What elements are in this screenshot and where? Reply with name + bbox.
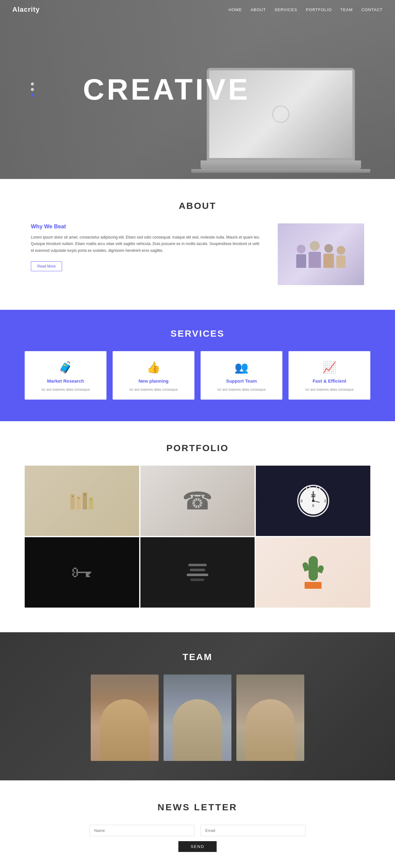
newsletter-name-input[interactable] [90, 825, 194, 836]
about-content: Why We Beat Lorem ipsum dolor sit amet, … [31, 223, 364, 285]
team-section: TEAM [0, 632, 395, 780]
navbar: Alacrity HOMEABOUTSERVICESPORTFOLIOTEAMC… [0, 0, 395, 19]
service-desc-3: iur aut maiores alias consequa [295, 386, 364, 392]
portfolio-item-5[interactable] [141, 537, 255, 608]
service-desc-0: iur aut maiores alias consequa [31, 386, 100, 392]
portfolio-item-6[interactable] [256, 537, 370, 608]
dot-2[interactable] [31, 88, 34, 91]
newsletter-send-button[interactable]: SEND [178, 841, 217, 852]
about-heading: Why We Beat [31, 223, 262, 230]
service-title-3: Fast & Efficient [295, 378, 364, 383]
svg-text:6: 6 [312, 504, 314, 508]
service-card-0: 🧳 Market Research iur aut maiores alias … [25, 351, 107, 400]
about-text: Why We Beat Lorem ipsum dolor sit amet, … [31, 223, 262, 271]
team-member-3 [236, 675, 304, 761]
services-title: SERVICES [25, 328, 370, 339]
hero-dots [31, 83, 34, 97]
svg-text:3: 3 [324, 499, 326, 503]
nav-link-team[interactable]: TEAM [340, 7, 353, 12]
services-grid: 🧳 Market Research iur aut maiores alias … [25, 351, 370, 400]
team-title: TEAM [183, 652, 213, 662]
team-face-2 [163, 675, 232, 761]
portfolio-img-1 [25, 466, 139, 536]
newsletter-form: SEND [25, 825, 370, 852]
newsletter-title: NEWS LETTER [25, 802, 370, 812]
service-card-2: 👥 Support Team iur aut maiores alias con… [201, 351, 282, 400]
about-image: i [278, 223, 364, 285]
service-icon-3: 📈 [295, 361, 364, 374]
portfolio-item-3[interactable]: 12 6 9 3 [256, 466, 370, 536]
nav-link-home[interactable]: HOME [229, 7, 242, 12]
team-face-1 [91, 675, 159, 761]
about-title: ABOUT [31, 200, 364, 211]
service-icon-1: 👍 [119, 361, 188, 374]
team-grid [91, 675, 304, 761]
service-desc-1: iur aut maiores alias consequa [119, 386, 188, 392]
read-more-button[interactable]: Read More [31, 261, 62, 271]
team-member-2 [163, 675, 232, 761]
hero-section: CREATIVE [0, 0, 395, 179]
portfolio-item-1[interactable] [25, 466, 139, 536]
portfolio-img-4: 🗝 [25, 537, 139, 608]
laptop-base [201, 160, 361, 169]
nav-logo[interactable]: Alacrity [12, 5, 40, 13]
portfolio-grid: ☎ 12 6 9 3 [25, 466, 370, 608]
portfolio-item-2[interactable]: ☎ [141, 466, 255, 536]
service-card-1: 👍 New planning iur aut maiores alias con… [113, 351, 194, 400]
team-face-3 [236, 675, 304, 761]
about-image-inner [278, 223, 364, 285]
dot-3[interactable] [31, 93, 34, 97]
clock-svg: 12 6 9 3 [295, 482, 332, 519]
nav-link-contact[interactable]: CONTACT [361, 7, 383, 12]
services-section: SERVICES 🧳 Market Research iur aut maior… [0, 310, 395, 421]
service-title-2: Support Team [207, 378, 276, 383]
person-1 [296, 245, 306, 268]
portfolio-section: PORTFOLIO [0, 421, 395, 632]
person-4 [336, 246, 346, 268]
hero-title: CREATIVE [83, 72, 250, 106]
service-icon-2: 👥 [207, 361, 276, 374]
portfolio-item-4[interactable]: 🗝 [25, 537, 139, 608]
nav-links: HOMEABOUTSERVICESPORTFOLIOTEAMCONTACT [229, 7, 383, 12]
portfolio-img-3: 12 6 9 3 [256, 466, 370, 536]
about-section: ABOUT Why We Beat Lorem ipsum dolor sit … [0, 179, 395, 310]
laptop-base-bottom [191, 169, 370, 173]
portfolio-img-6 [256, 537, 370, 608]
nav-link-about[interactable]: ABOUT [250, 7, 266, 12]
dot-1[interactable] [31, 83, 34, 86]
phone-icon: ☎ [182, 487, 213, 515]
service-title-0: Market Research [31, 378, 100, 383]
about-body: Lorem ipsum dolor sit amet, consectetur … [31, 234, 262, 254]
svg-text:9: 9 [300, 499, 302, 503]
nav-link-portfolio[interactable]: PORTFOLIO [306, 7, 332, 12]
newsletter-email-input[interactable] [201, 825, 305, 836]
service-desc-2: iur aut maiores alias consequa [207, 386, 276, 392]
service-card-3: 📈 Fast & Efficient iur aut maiores alias… [288, 351, 370, 400]
nav-link-services[interactable]: SERVICES [275, 7, 298, 12]
portfolio-img-2: ☎ [141, 466, 255, 536]
person-2 [309, 241, 321, 268]
portfolio-img-5 [141, 537, 255, 608]
service-icon-0: 🧳 [31, 361, 100, 374]
newsletter-section: NEWS LETTER SEND [0, 780, 395, 868]
keys-icon: 🗝 [71, 560, 93, 585]
person-3 [324, 244, 334, 268]
portfolio-title: PORTFOLIO [25, 443, 370, 453]
people-group [296, 241, 346, 268]
service-title-1: New planning [119, 378, 188, 383]
svg-point-8 [312, 500, 314, 502]
newsletter-inputs [90, 825, 305, 836]
team-member-1 [91, 675, 159, 761]
